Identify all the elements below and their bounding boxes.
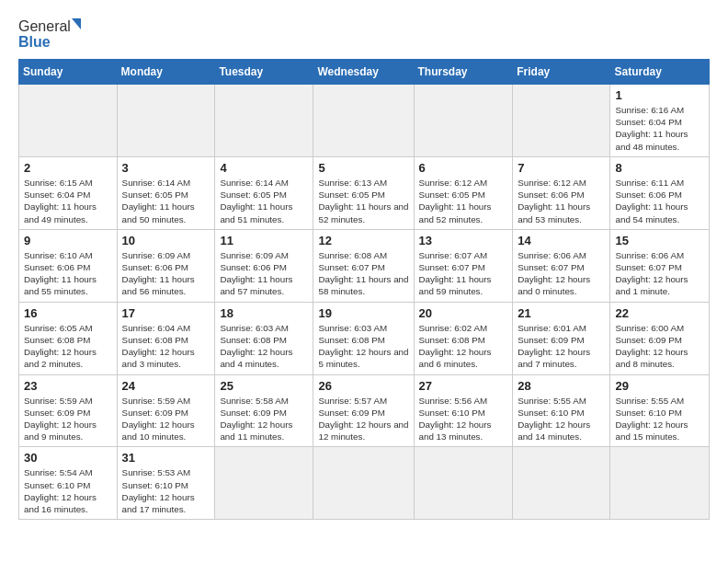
calendar-cell: 8Sunrise: 6:11 AM Sunset: 6:06 PM Daylig… [610,156,710,229]
day-info: Sunrise: 5:56 AM Sunset: 6:10 PM Dayligh… [419,395,508,443]
calendar-week-row: 9Sunrise: 6:10 AM Sunset: 6:06 PM Daylig… [19,229,710,302]
calendar-cell: 21Sunrise: 6:01 AM Sunset: 6:09 PM Dayli… [513,302,610,374]
weekday-header-row: SundayMondayTuesdayWednesdayThursdayFrid… [19,60,710,85]
day-number: 17 [122,306,210,320]
day-info: Sunrise: 6:07 AM Sunset: 6:07 PM Dayligh… [419,249,508,298]
weekday-header-tuesday: Tuesday [215,60,313,85]
day-info: Sunrise: 6:03 AM Sunset: 6:08 PM Dayligh… [318,322,408,371]
day-info: Sunrise: 5:55 AM Sunset: 6:10 PM Dayligh… [518,395,605,443]
day-info: Sunrise: 5:59 AM Sunset: 6:09 PM Dayligh… [122,395,210,443]
calendar-cell: 20Sunrise: 6:02 AM Sunset: 6:08 PM Dayli… [414,302,513,374]
calendar-week-row: 1Sunrise: 6:16 AM Sunset: 6:04 PM Daylig… [19,85,710,157]
day-number: 20 [419,306,508,320]
calendar-cell: 28Sunrise: 5:55 AM Sunset: 6:10 PM Dayli… [513,374,610,447]
calendar-cell: 19Sunrise: 6:03 AM Sunset: 6:08 PM Dayli… [313,302,414,374]
day-number: 22 [615,306,704,320]
day-number: 19 [318,306,408,320]
day-info: Sunrise: 6:09 AM Sunset: 6:06 PM Dayligh… [122,249,210,298]
calendar-cell: 23Sunrise: 5:59 AM Sunset: 6:09 PM Dayli… [19,374,118,447]
day-number: 10 [122,234,210,247]
calendar-cell: 6Sunrise: 6:12 AM Sunset: 6:05 PM Daylig… [414,156,513,229]
day-info: Sunrise: 5:55 AM Sunset: 6:10 PM Dayligh… [615,395,704,443]
day-info: Sunrise: 6:02 AM Sunset: 6:08 PM Dayligh… [419,322,508,371]
calendar-cell [414,447,513,520]
logo: GeneralBlue [18,15,83,52]
day-number: 28 [518,379,605,393]
calendar-week-row: 23Sunrise: 5:59 AM Sunset: 6:09 PM Dayli… [19,374,710,447]
day-number: 2 [24,161,112,175]
logo-svg: GeneralBlue [18,15,83,52]
calendar-cell: 2Sunrise: 6:15 AM Sunset: 6:04 PM Daylig… [19,156,118,229]
calendar-cell [414,85,513,157]
calendar-cell: 24Sunrise: 5:59 AM Sunset: 6:09 PM Dayli… [117,374,215,447]
day-number: 15 [615,234,704,247]
day-info: Sunrise: 6:06 AM Sunset: 6:07 PM Dayligh… [615,249,704,298]
day-info: Sunrise: 6:11 AM Sunset: 6:06 PM Dayligh… [615,177,704,225]
weekday-header-sunday: Sunday [19,60,118,85]
day-info: Sunrise: 6:09 AM Sunset: 6:06 PM Dayligh… [220,249,308,298]
calendar-cell: 4Sunrise: 6:14 AM Sunset: 6:05 PM Daylig… [215,156,313,229]
day-info: Sunrise: 6:00 AM Sunset: 6:09 PM Dayligh… [615,322,704,371]
calendar-cell [313,85,414,157]
calendar-cell: 3Sunrise: 6:14 AM Sunset: 6:05 PM Daylig… [117,156,215,229]
calendar-cell [513,85,610,157]
day-info: Sunrise: 6:14 AM Sunset: 6:05 PM Dayligh… [122,177,210,225]
weekday-header-saturday: Saturday [610,60,710,85]
day-info: Sunrise: 6:10 AM Sunset: 6:06 PM Dayligh… [24,249,112,298]
weekday-header-thursday: Thursday [414,60,513,85]
weekday-header-wednesday: Wednesday [313,60,414,85]
calendar-cell: 17Sunrise: 6:04 AM Sunset: 6:08 PM Dayli… [117,302,215,374]
day-number: 6 [419,161,508,175]
day-number: 8 [615,161,704,175]
day-number: 11 [220,234,308,247]
day-info: Sunrise: 6:05 AM Sunset: 6:08 PM Dayligh… [24,322,112,371]
svg-text:Blue: Blue [18,34,51,50]
calendar-cell [19,85,118,157]
day-info: Sunrise: 6:12 AM Sunset: 6:05 PM Dayligh… [419,177,508,225]
weekday-header-monday: Monday [117,60,215,85]
day-number: 29 [615,379,704,393]
day-info: Sunrise: 6:13 AM Sunset: 6:05 PM Dayligh… [318,177,408,225]
header: GeneralBlue [18,15,710,52]
day-number: 27 [419,379,508,393]
calendar-cell [313,447,414,520]
calendar-cell: 18Sunrise: 6:03 AM Sunset: 6:08 PM Dayli… [215,302,313,374]
day-number: 14 [518,234,605,247]
day-number: 9 [24,234,112,247]
day-number: 5 [318,161,408,175]
day-number: 30 [24,451,112,465]
weekday-header-friday: Friday [513,60,610,85]
page: GeneralBlue SundayMondayTuesdayWednesday… [0,0,728,563]
calendar-week-row: 30Sunrise: 5:54 AM Sunset: 6:10 PM Dayli… [19,447,710,520]
calendar-cell [117,85,215,157]
calendar-cell: 22Sunrise: 6:00 AM Sunset: 6:09 PM Dayli… [610,302,710,374]
svg-marker-2 [72,18,81,29]
day-number: 1 [615,88,704,102]
day-number: 16 [24,306,112,320]
calendar-cell [215,447,313,520]
day-number: 26 [318,379,408,393]
day-info: Sunrise: 5:53 AM Sunset: 6:10 PM Dayligh… [122,466,210,515]
calendar-cell: 13Sunrise: 6:07 AM Sunset: 6:07 PM Dayli… [414,229,513,302]
calendar-cell [513,447,610,520]
calendar-cell: 16Sunrise: 6:05 AM Sunset: 6:08 PM Dayli… [19,302,118,374]
day-info: Sunrise: 5:57 AM Sunset: 6:09 PM Dayligh… [318,395,408,443]
calendar-cell: 7Sunrise: 6:12 AM Sunset: 6:06 PM Daylig… [513,156,610,229]
calendar-cell: 26Sunrise: 5:57 AM Sunset: 6:09 PM Dayli… [313,374,414,447]
day-info: Sunrise: 6:04 AM Sunset: 6:08 PM Dayligh… [122,322,210,371]
calendar-week-row: 16Sunrise: 6:05 AM Sunset: 6:08 PM Dayli… [19,302,710,374]
calendar-cell: 30Sunrise: 5:54 AM Sunset: 6:10 PM Dayli… [19,447,118,520]
day-number: 4 [220,161,308,175]
day-info: Sunrise: 6:14 AM Sunset: 6:05 PM Dayligh… [220,177,308,225]
day-info: Sunrise: 6:01 AM Sunset: 6:09 PM Dayligh… [518,322,605,371]
day-number: 23 [24,379,112,393]
day-number: 12 [318,234,408,247]
day-info: Sunrise: 6:15 AM Sunset: 6:04 PM Dayligh… [24,177,112,225]
calendar-cell: 14Sunrise: 6:06 AM Sunset: 6:07 PM Dayli… [513,229,610,302]
calendar-cell: 31Sunrise: 5:53 AM Sunset: 6:10 PM Dayli… [117,447,215,520]
day-info: Sunrise: 6:12 AM Sunset: 6:06 PM Dayligh… [518,177,605,225]
calendar-cell: 29Sunrise: 5:55 AM Sunset: 6:10 PM Dayli… [610,374,710,447]
day-info: Sunrise: 6:08 AM Sunset: 6:07 PM Dayligh… [318,249,408,298]
day-number: 7 [518,161,605,175]
calendar-cell: 1Sunrise: 6:16 AM Sunset: 6:04 PM Daylig… [610,85,710,157]
